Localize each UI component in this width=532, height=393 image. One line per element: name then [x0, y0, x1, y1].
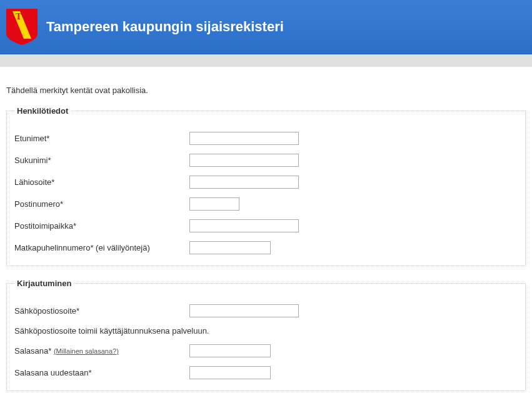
- email-label: Sähköpostiosoite*: [14, 306, 189, 316]
- login-legend: Kirjautuminen: [14, 279, 74, 288]
- login-fieldset: Kirjautuminen Sähköpostiosoite* Sähköpos…: [6, 279, 526, 391]
- email-info-text: Sähköpostiosoite toimii käyttäjätunnukse…: [14, 326, 518, 336]
- password-confirm-input[interactable]: [189, 366, 271, 379]
- page-header: T Tampereen kaupungin sijaisrekisteri: [0, 0, 532, 54]
- city-row: Postitoimipaikka*: [14, 219, 518, 232]
- postalcode-input[interactable]: [189, 197, 239, 211]
- address-row: Lähiosoite*: [14, 176, 518, 189]
- content-area: Tähdellä merkityt kentät ovat pakollisia…: [0, 67, 532, 393]
- mobile-label: Matkapuhelinnumero* (ei välilyöntejä): [14, 243, 189, 252]
- tampere-logo: T: [6, 9, 38, 45]
- intro-text: Tähdellä merkityt kentät ovat pakollisia…: [6, 86, 526, 95]
- password-confirm-label: Salasana uudestaan*: [14, 368, 189, 377]
- address-label: Lähiosoite*: [14, 177, 189, 187]
- personal-info-legend: Henkilötiedot: [14, 106, 71, 116]
- city-input[interactable]: [189, 219, 299, 232]
- page-title: Tampereen kaupungin sijaisrekisteri: [46, 19, 284, 35]
- postalcode-row: Postinumero*: [14, 197, 518, 211]
- firstname-input[interactable]: [189, 132, 299, 145]
- lastname-input[interactable]: [189, 154, 299, 167]
- lastname-label: Sukunimi*: [14, 156, 189, 165]
- firstname-row: Etunimet*: [14, 132, 518, 145]
- password-label-text: Salasana*: [14, 346, 54, 356]
- password-hint-link[interactable]: (Millainen salasana?): [54, 347, 119, 355]
- personal-info-fieldset: Henkilötiedot Etunimet* Sukunimi* Lähios…: [6, 106, 526, 266]
- password-row: Salasana* (Millainen salasana?): [14, 344, 518, 357]
- subheader-bar: [0, 54, 532, 67]
- email-row: Sähköpostiosoite*: [14, 304, 518, 317]
- mobile-input[interactable]: [189, 241, 271, 254]
- password-label: Salasana* (Millainen salasana?): [14, 346, 189, 356]
- mobile-row: Matkapuhelinnumero* (ei välilyöntejä): [14, 241, 518, 254]
- email-input[interactable]: [189, 304, 299, 317]
- password-confirm-row: Salasana uudestaan*: [14, 366, 518, 379]
- city-label: Postitoimipaikka*: [14, 221, 189, 231]
- postalcode-label: Postinumero*: [14, 199, 189, 209]
- address-input[interactable]: [189, 176, 299, 189]
- password-input[interactable]: [189, 344, 271, 357]
- svg-text:T: T: [16, 12, 22, 21]
- lastname-row: Sukunimi*: [14, 154, 518, 167]
- firstname-label: Etunimet*: [14, 134, 189, 143]
